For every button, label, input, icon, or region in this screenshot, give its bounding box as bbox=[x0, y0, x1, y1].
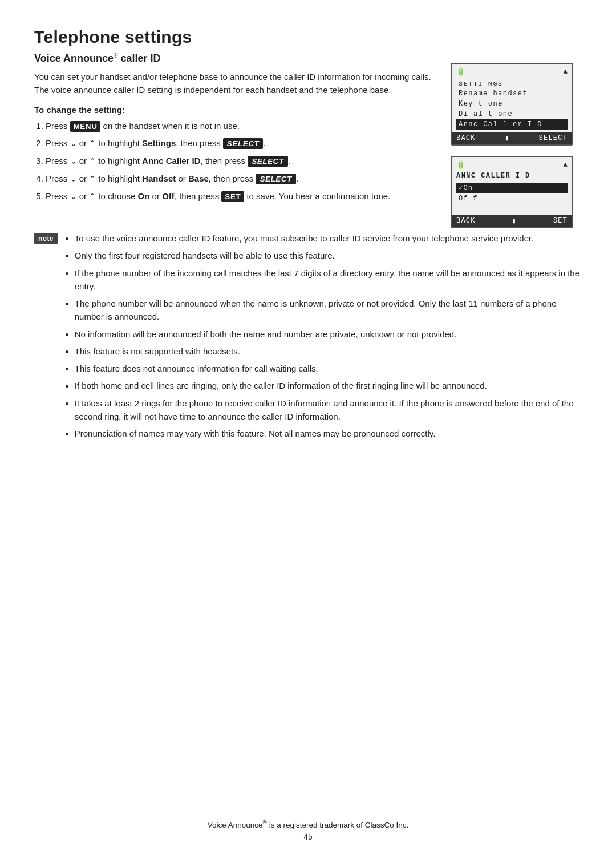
screen1-separator: ▮ bbox=[505, 134, 509, 143]
step-4: Press ⌄ or ⌃ to highlight Handset or Bas… bbox=[46, 172, 433, 185]
screen2-separator: ▮ bbox=[512, 217, 516, 225]
screen2-set-btn: SET bbox=[553, 217, 568, 225]
phone-screen-2: 🔋 ▲ ANNC CALLER I D ✓On Of f BACK ▮ SET bbox=[451, 156, 573, 228]
note-item-2: Only the first four registered handsets … bbox=[75, 249, 582, 262]
note-item-7: This feature does not announce informati… bbox=[75, 362, 582, 375]
screen2-bottom-bar: BACK ▮ SET bbox=[452, 215, 572, 227]
change-setting-label: To change the setting: bbox=[34, 105, 433, 115]
note-section: note To use the voice announce caller ID… bbox=[34, 232, 582, 444]
down-arrow: ⌄ bbox=[70, 156, 77, 166]
select-key: SELECT bbox=[223, 138, 264, 149]
notes-list: To use the voice announce caller ID feat… bbox=[66, 232, 582, 440]
down-arrow: ⌄ bbox=[70, 192, 77, 201]
screen1-top-icons: 🔋 ▲ bbox=[456, 67, 568, 76]
screen1-menu-keytone: Key t one bbox=[456, 99, 568, 109]
note-content: To use the voice announce caller ID feat… bbox=[66, 232, 582, 444]
battery-icon: 🔋 bbox=[456, 67, 465, 76]
note-item-9: It takes at least 2 rings for the phone … bbox=[75, 397, 582, 424]
screen1-menu-annc: Annc Cal l er I D bbox=[456, 119, 568, 130]
note-badge: note bbox=[34, 233, 58, 244]
text-column: Voice Announce® caller ID You can set yo… bbox=[34, 53, 433, 213]
menu-key: MENU bbox=[70, 121, 101, 132]
screen1-back-btn: BACK bbox=[456, 134, 476, 143]
phone-screen-1: 🔋 ▲ SETTI NGS Rename handset Key t one D… bbox=[451, 63, 573, 146]
note-item-8: If both home and cell lines are ringing,… bbox=[75, 379, 582, 392]
step-5: Press ⌄ or ⌃ to choose On or Off, then p… bbox=[46, 189, 433, 203]
up-arrow-icon-2: ▲ bbox=[563, 161, 568, 169]
select-key: SELECT bbox=[256, 174, 296, 184]
screen2-top-icons: 🔋 ▲ bbox=[456, 160, 568, 170]
down-arrow: ⌄ bbox=[70, 139, 77, 148]
up-arrow: ⌃ bbox=[89, 139, 96, 148]
screen1-menu-rename: Rename handset bbox=[456, 88, 568, 99]
note-item-4: The phone number will be announced when … bbox=[75, 297, 582, 324]
screen1-menu-settings: SETTI NGS bbox=[456, 79, 568, 88]
screen2-off-option: Of f bbox=[456, 193, 568, 204]
up-arrow-icon: ▲ bbox=[563, 68, 568, 76]
up-arrow: ⌃ bbox=[89, 156, 96, 166]
screen2-back-btn: BACK bbox=[456, 217, 476, 225]
screen2-header: ANNC CALLER I D bbox=[456, 172, 568, 180]
page-number: 45 bbox=[303, 832, 313, 841]
screen1-menu-dialtone: Di al t one bbox=[456, 109, 568, 119]
screen1-bottom-bar: BACK ▮ SELECT bbox=[452, 132, 572, 144]
up-arrow: ⌃ bbox=[89, 174, 96, 183]
intro-paragraph: You can set your handset and/or telephon… bbox=[34, 70, 433, 97]
step-2: Press ⌄ or ⌃ to highlight Settings, then… bbox=[46, 136, 433, 150]
footer: Voice Announce® is a registered trademar… bbox=[34, 819, 582, 842]
section-title: Voice Announce® caller ID bbox=[34, 53, 433, 64]
step-1: Press MENU on the handset when it is not… bbox=[46, 119, 433, 133]
footer-trademark: Voice Announce® is a registered trademar… bbox=[208, 819, 409, 829]
steps-list: Press MENU on the handset when it is not… bbox=[34, 119, 433, 204]
note-item-10: Pronunciation of names may vary with thi… bbox=[75, 427, 582, 440]
set-key: SET bbox=[221, 191, 244, 202]
screen2-on-option: ✓On bbox=[456, 183, 568, 193]
note-item-3: If the phone number of the incoming call… bbox=[75, 267, 582, 293]
note-item-1: To use the voice announce caller ID feat… bbox=[75, 232, 582, 245]
down-arrow: ⌄ bbox=[70, 174, 77, 183]
up-arrow: ⌃ bbox=[89, 192, 96, 201]
note-item-6: This feature is not supported with heads… bbox=[75, 345, 582, 358]
page-title: Telephone settings bbox=[34, 27, 582, 47]
screens-column: 🔋 ▲ SETTI NGS Rename handset Key t one D… bbox=[451, 63, 582, 228]
select-key: SELECT bbox=[248, 156, 288, 167]
battery-icon-2: 🔋 bbox=[456, 160, 465, 170]
screen1-select-btn: SELECT bbox=[539, 134, 568, 143]
note-item-5: No information will be announced if both… bbox=[75, 328, 582, 341]
step-3: Press ⌄ or ⌃ to highlight Annc Caller ID… bbox=[46, 154, 433, 168]
